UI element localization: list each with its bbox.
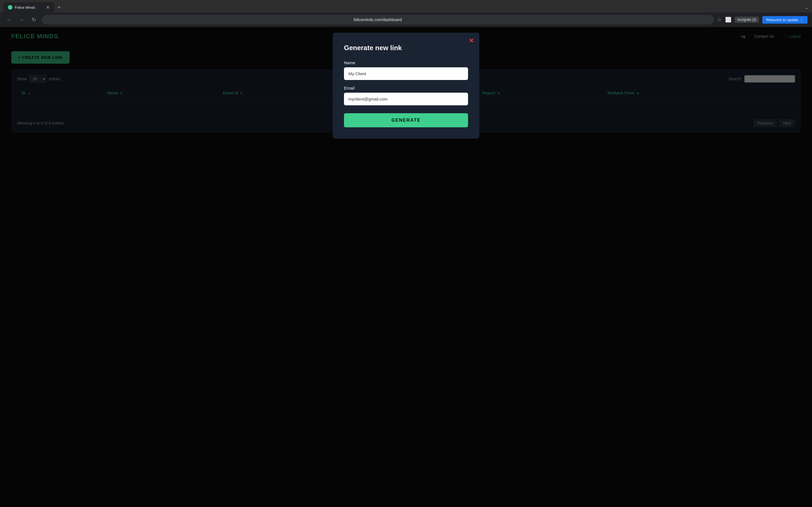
modal-close-button[interactable]: ✕ <box>469 37 474 45</box>
email-field-group: Email <box>344 86 468 105</box>
active-tab[interactable]: Felice Minds ✕ <box>3 2 54 12</box>
menu-icon: ⋮ <box>800 18 804 22</box>
tab-overflow-button[interactable]: ⌄ <box>804 4 809 10</box>
tab-favicon <box>8 5 12 10</box>
reload-button[interactable]: ↻ <box>29 15 38 24</box>
tab-search-icon[interactable]: ⬜ <box>725 17 731 23</box>
url-input[interactable] <box>42 15 714 24</box>
incognito-badge[interactable]: Incognito (2) <box>735 17 759 23</box>
address-bar: ← → ↻ ☆ ⬜ Incognito (2) Relaunch to upda… <box>0 12 812 27</box>
email-label: Email <box>344 86 468 91</box>
tab-close-button[interactable]: ✕ <box>46 5 50 10</box>
browser-chrome: Felice Minds ✕ + ⌄ ← → ↻ ☆ ⬜ Incognito (… <box>0 0 812 27</box>
tab-title: Felice Minds <box>15 5 35 10</box>
relaunch-button[interactable]: Relaunch to update ⋮ <box>762 16 808 24</box>
new-tab-button[interactable]: + <box>55 3 63 12</box>
back-button[interactable]: ← <box>4 15 13 24</box>
toolbar-icons: ☆ ⬜ Incognito (2) Relaunch to update ⋮ <box>717 16 808 24</box>
modal-title: Generate new link <box>344 44 468 52</box>
modal-overlay[interactable]: Generate new link ✕ Name Email GENERATE <box>0 27 812 507</box>
generate-button[interactable]: GENERATE <box>344 113 468 127</box>
generate-link-modal: Generate new link ✕ Name Email GENERATE <box>333 33 479 138</box>
bookmark-icon[interactable]: ☆ <box>717 17 722 23</box>
app-container: FELICE MINDS ng Contact Us → Logout Gene… <box>0 27 812 507</box>
tab-bar: Felice Minds ✕ + ⌄ <box>0 0 812 12</box>
name-label: Name <box>344 60 468 65</box>
name-input[interactable] <box>344 67 468 80</box>
forward-button[interactable]: → <box>17 15 26 24</box>
name-field-group: Name <box>344 60 468 80</box>
email-input[interactable] <box>344 93 468 105</box>
